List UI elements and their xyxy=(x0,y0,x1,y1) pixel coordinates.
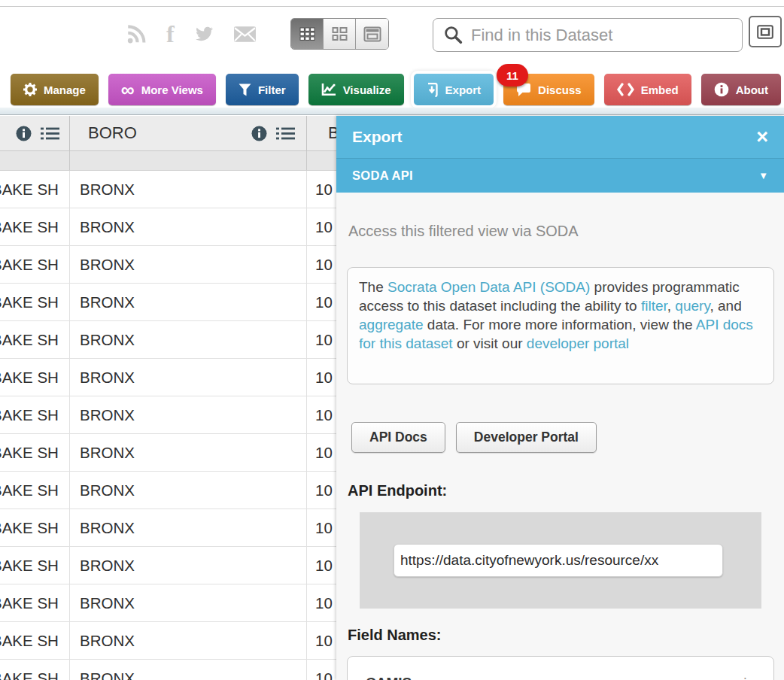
table-cell-dba[interactable]: BAKE SH xyxy=(0,434,70,471)
column-info-icon[interactable] xyxy=(16,126,32,141)
more-views-button[interactable]: ∞ More Views xyxy=(108,74,216,105)
table-cell-boro[interactable]: BRONX xyxy=(70,359,307,396)
rich-list-view-toggle[interactable] xyxy=(324,19,356,49)
table-cell-dba[interactable]: BAKE SH xyxy=(0,396,70,433)
export-document-icon xyxy=(427,83,439,97)
api-buttons-row: API Docs Developer Portal xyxy=(351,422,774,453)
table-cell-boro[interactable]: BRONX xyxy=(70,509,307,546)
api-docs-button[interactable]: API Docs xyxy=(351,422,445,453)
soda-info-box: The Socrata Open Data API (SODA) provide… xyxy=(347,267,774,384)
twitter-icon[interactable] xyxy=(194,26,214,42)
table-cell-boro[interactable]: BRONX xyxy=(70,246,307,283)
table-cell-dba[interactable]: BAKE SH xyxy=(0,284,70,320)
soda-api-section-header[interactable]: SODA API ▼ xyxy=(336,158,784,193)
table-cell-dba[interactable]: BAKE SH xyxy=(0,622,70,659)
field-api-name: camis xyxy=(716,675,754,680)
table-cell-dba[interactable]: BAKE SH xyxy=(0,321,70,358)
paragraph-text: , and xyxy=(710,298,741,314)
table-cell-boro[interactable]: BRONX xyxy=(70,547,307,584)
paragraph-text: data. For more more information, view th… xyxy=(424,317,696,332)
table-cell-boro[interactable]: BRONX xyxy=(70,208,307,245)
table-cell-boro[interactable]: BRONX xyxy=(70,171,307,208)
visualize-label: Visualize xyxy=(343,83,391,96)
inline-link[interactable]: filter xyxy=(641,298,667,314)
toolbar-bottom-strip xyxy=(0,108,784,115)
access-subtitle: Access this filtered view via SODA xyxy=(348,223,774,240)
rss-icon[interactable] xyxy=(126,24,147,44)
export-panel-body: Access this filtered view via SODA The S… xyxy=(336,193,784,680)
about-label: About xyxy=(736,83,768,96)
column-menu-icon[interactable] xyxy=(40,126,60,141)
export-panel: Export × SODA API ▼ Access this filtered… xyxy=(336,116,784,680)
facebook-icon[interactable]: f xyxy=(166,22,175,46)
export-button[interactable]: Export xyxy=(414,74,494,105)
filter-button[interactable]: Filter xyxy=(226,74,299,105)
paragraph-text: The xyxy=(359,279,387,295)
inline-link[interactable]: query xyxy=(675,298,710,314)
inline-link[interactable]: Socrata Open Data API (SODA) xyxy=(387,279,590,295)
table-cell-boro[interactable]: BRONX xyxy=(70,584,307,621)
soda-api-label: SODA API xyxy=(352,168,413,183)
table-cell-dba[interactable]: BAKE SH xyxy=(0,584,70,621)
api-endpoint-box xyxy=(360,512,761,609)
subheader-cell xyxy=(0,151,70,170)
export-panel-title: Export xyxy=(352,128,403,146)
line-chart-icon xyxy=(321,83,336,96)
top-divider xyxy=(0,6,784,7)
table-cell-dba[interactable]: BAKE SH xyxy=(0,208,70,245)
soda-paragraph: The Socrata Open Data API (SODA) provide… xyxy=(359,279,753,351)
manage-button[interactable]: Manage xyxy=(11,74,99,105)
grid-view-toggle[interactable] xyxy=(291,19,324,49)
about-button[interactable]: About xyxy=(701,74,781,105)
binoculars-icon: ∞ xyxy=(121,84,135,95)
email-icon[interactable] xyxy=(233,26,257,43)
dataset-toolbar: Manage ∞ More Views Filter xyxy=(0,68,784,108)
page-view-toggle[interactable] xyxy=(356,19,388,49)
table-cell-boro[interactable]: BRONX xyxy=(70,622,307,659)
table-cell-dba[interactable]: BAKE SH xyxy=(0,547,70,584)
field-names-heading: Field Names: xyxy=(348,627,774,644)
field-names-box: CAMIS camis xyxy=(347,656,774,680)
export-panel-header: Export × xyxy=(336,116,784,158)
table-cell-dba[interactable]: BAKE SH xyxy=(0,509,70,546)
search-input[interactable] xyxy=(471,26,742,45)
column-header-boro[interactable]: BORO xyxy=(70,116,307,150)
chevron-down-icon: ▼ xyxy=(758,170,768,181)
share-icons: f xyxy=(126,17,257,51)
column-info-icon[interactable] xyxy=(251,126,267,141)
export-label: Export xyxy=(445,83,482,96)
table-cell-boro[interactable]: BRONX xyxy=(70,472,307,508)
gear-icon xyxy=(23,83,37,96)
visualize-button[interactable]: Visualize xyxy=(308,74,404,105)
inline-link[interactable]: developer portal xyxy=(527,335,629,351)
api-endpoint-heading: API Endpoint: xyxy=(348,482,774,499)
table-cell-boro[interactable]: BRONX xyxy=(70,321,307,358)
column-header-partial[interactable] xyxy=(0,116,70,150)
table-cell-boro[interactable]: BRONX xyxy=(70,660,307,680)
embed-button[interactable]: Embed xyxy=(604,74,691,105)
column-menu-icon[interactable] xyxy=(275,126,296,141)
developer-portal-button[interactable]: Developer Portal xyxy=(456,422,597,453)
close-icon[interactable]: × xyxy=(756,127,768,147)
table-cell-dba[interactable]: BAKE SH xyxy=(0,246,70,283)
search-icon xyxy=(443,25,463,45)
inline-link[interactable]: aggregate xyxy=(359,317,424,332)
api-endpoint-input[interactable] xyxy=(394,544,723,577)
table-cell-dba[interactable]: BAKE SH xyxy=(0,359,70,396)
subheader-cell xyxy=(70,151,307,170)
dataset-page: f xyxy=(0,0,784,680)
filter-label: Filter xyxy=(258,83,286,96)
table-cell-dba[interactable]: BAKE SH xyxy=(0,660,70,680)
funnel-icon xyxy=(239,83,251,96)
paragraph-text: , xyxy=(667,298,676,314)
fullscreen-button[interactable] xyxy=(749,16,782,47)
table-cell-dba[interactable]: BAKE SH xyxy=(0,472,70,508)
table-cell-dba[interactable]: BAKE SH xyxy=(0,171,70,208)
code-brackets-icon xyxy=(617,83,634,96)
embed-label: Embed xyxy=(641,83,679,96)
table-cell-boro[interactable]: BRONX xyxy=(70,284,307,320)
fullscreen-icon xyxy=(757,25,773,39)
table-cell-boro[interactable]: BRONX xyxy=(70,396,307,433)
info-circle-icon xyxy=(714,82,729,97)
table-cell-boro[interactable]: BRONX xyxy=(70,434,307,471)
